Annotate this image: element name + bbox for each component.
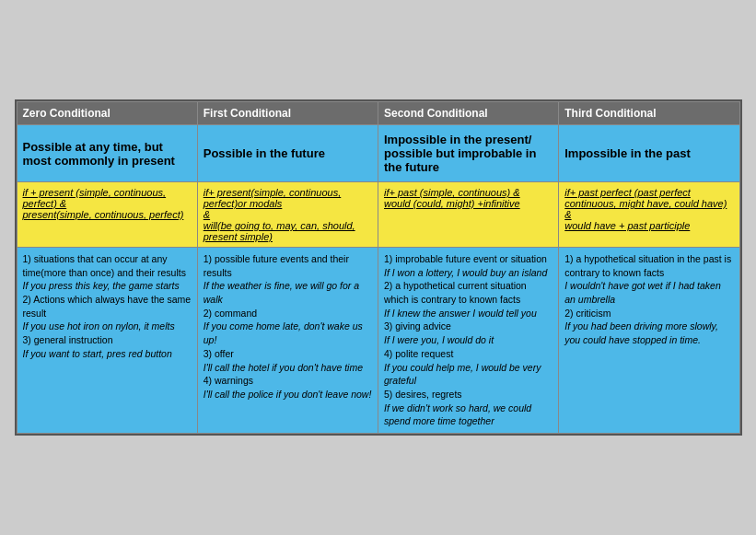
- col-header-2: Second Conditional: [378, 102, 559, 125]
- conditional-table: Zero Conditional First Conditional Secon…: [15, 99, 742, 436]
- desc-2: Impossible in the present/ possible but …: [378, 125, 559, 182]
- desc-0: Possible at any time, but most commonly …: [17, 125, 197, 182]
- desc-3: Impossible in the past: [559, 125, 739, 182]
- col-header-1: First Conditional: [197, 102, 378, 125]
- header-row: Zero Conditional First Conditional Secon…: [17, 102, 739, 125]
- cond-2: if+ past (simple, continuous) & would (c…: [378, 182, 559, 248]
- ex-0: 1) situations that can occur at any time…: [17, 248, 197, 434]
- cond-3: if+ past perfect (past perfect continuou…: [559, 182, 739, 248]
- col-header-0: Zero Conditional: [17, 102, 197, 125]
- col-header-3: Third Conditional: [559, 102, 739, 125]
- cond-0: if + present (simple, continuous, perfec…: [17, 182, 197, 248]
- desc-1: Possible in the future: [197, 125, 378, 182]
- ex-3: 1) a hypothetical situation in the past …: [559, 248, 739, 434]
- description-row: Possible at any time, but most commonly …: [17, 125, 739, 182]
- condition-row: if + present (simple, continuous, perfec…: [17, 182, 739, 248]
- ex-2: 1) improbable future event or situation …: [378, 248, 559, 434]
- ex-1: 1) possible future events and their resu…: [197, 248, 378, 434]
- examples-row: 1) situations that can occur at any time…: [17, 248, 739, 434]
- cond-1: if+ present(simple, continuous, perfect)…: [197, 182, 378, 248]
